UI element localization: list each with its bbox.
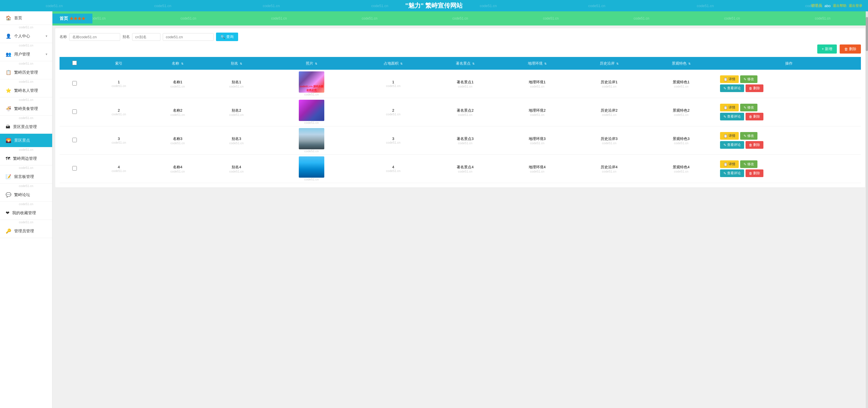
sidebar-wm-9: code51.cn	[0, 184, 52, 188]
sidebar-item-user-mgmt[interactable]: 👥 用户管理 ▼	[0, 48, 52, 61]
row-geo: 地理环境3 code51.cn	[501, 126, 573, 155]
row-checkbox-cell	[60, 98, 90, 126]
comment-button[interactable]: ✎ 查看评论	[720, 169, 744, 177]
row-actions: 📋 详情 ✎ 修改 ✎ 查看评论 🗑 删除	[717, 70, 861, 98]
edit-button[interactable]: ✎ 修改	[740, 160, 757, 168]
alias-filter-input2[interactable]	[163, 33, 214, 41]
nav-home-label: 首页	[60, 16, 68, 21]
row-checkbox[interactable]	[72, 81, 77, 86]
scrollbar[interactable]	[866, 11, 868, 408]
nav-home-btn[interactable]: 首页 ★★★★	[53, 13, 92, 24]
sidebar-item-celebrity[interactable]: ⭐ 繁峙名人管理	[0, 84, 52, 97]
sidebar-item-food[interactable]: 🍜 繁峙美食管理	[0, 102, 52, 116]
action-row-bottom: ✎ 查看评论 🗑 删除	[720, 169, 764, 177]
row-checkbox-cell	[60, 70, 90, 98]
th-area: 占地面积 ⇅	[357, 57, 429, 70]
edit-button[interactable]: ✎ 修改	[740, 104, 757, 112]
sidebar-item-periphery[interactable]: 🗺 繁峙周边管理	[0, 152, 52, 165]
row-checkbox[interactable]	[72, 166, 77, 170]
key-icon: 🔑	[6, 228, 11, 234]
sidebar-item-home[interactable]: 🏠 首页	[0, 11, 52, 25]
sidebar-wm-3: code51.cn	[0, 61, 52, 66]
sidebar-item-history[interactable]: 📋 繁峙历史管理	[0, 66, 52, 79]
sidebar-item-favorites[interactable]: ❤ 我的收藏管理	[0, 206, 52, 220]
row-index: 4 code51.cn	[90, 155, 148, 183]
sidebar-item-personal[interactable]: 👤 个人中心 ▼	[0, 29, 52, 43]
edit-icon: ✎	[744, 77, 746, 81]
sort-arrows-name[interactable]: ⇅	[181, 62, 183, 65]
detail-icon: 📋	[723, 77, 728, 81]
comment-button[interactable]: ✎ 查看评论	[720, 141, 744, 149]
row-alias: 别名1 code51.cn	[207, 70, 266, 98]
sidebar-item-scenic-spots[interactable]: 🌄 景区景点	[0, 134, 52, 147]
comment-button[interactable]: ✎ 查看评论	[720, 113, 744, 120]
sort-arrows-alias[interactable]: ⇅	[240, 62, 242, 65]
table-row: 3 code51.cn 名称3 code51.cn 别名3 code51.cn …	[60, 126, 861, 155]
delete-button[interactable]: 🗑 删除	[746, 113, 764, 120]
chat-icon: 💬	[6, 192, 11, 197]
sidebar-wm-6: code51.cn	[0, 116, 52, 120]
row-area: 3 code51.cn	[357, 126, 429, 155]
action-buttons: 📋 详情 ✎ 修改 ✎ 查看评论 🗑 删除	[720, 160, 858, 177]
th-geo: 地理环境 ⇅	[501, 57, 573, 70]
sidebar-item-label: 繁峙美食管理	[14, 106, 38, 112]
edit-button[interactable]: ✎ 修改	[740, 132, 757, 140]
row-checkbox[interactable]	[72, 109, 77, 114]
chevron-down-icon-2: ▼	[45, 53, 48, 56]
row-name: 名称2 code51.cn	[148, 98, 207, 126]
detail-button[interactable]: 📋 详情	[720, 132, 739, 140]
add-button[interactable]: + 新增	[817, 44, 837, 54]
nav-watermark: code51.cncode51.cncode51.cncode51.cn cod…	[53, 11, 868, 26]
select-all-checkbox[interactable]	[72, 61, 77, 65]
edit-button[interactable]: ✎ 修改	[740, 75, 757, 83]
alias-filter-input[interactable]	[132, 33, 160, 41]
breadcrumb-stars: ★★★★	[69, 16, 85, 21]
delete-button[interactable]: 🗑 删除	[746, 141, 764, 149]
sidebar-wm-2: code51.cn	[0, 43, 52, 48]
sidebar-item-guestbook[interactable]: 📝 留言板管理	[0, 170, 52, 184]
trash-icon: 🗑	[844, 47, 848, 51]
th-checkbox	[60, 57, 90, 70]
sort-arrows-history[interactable]: ⇅	[616, 62, 619, 65]
row-photo: code51.cn-源码乐园盗图必究 code51.cn	[266, 70, 357, 98]
delete-button[interactable]: 🗑 删除	[746, 169, 764, 177]
detail-button[interactable]: 📋 详情	[720, 160, 739, 168]
name-filter-input[interactable]	[69, 33, 120, 41]
sidebar-item-admin[interactable]: 🔑 管理员管理	[0, 224, 52, 238]
sidebar-item-forum[interactable]: 💬 繁峙论坛	[0, 188, 52, 202]
sidebar-item-label: 留言板管理	[14, 174, 34, 179]
row-actions: 📋 详情 ✎ 修改 ✎ 查看评论 🗑 删除	[717, 126, 861, 155]
sort-arrows-scenery[interactable]: ⇅	[688, 62, 690, 65]
detail-button[interactable]: 📋 详情	[720, 104, 739, 112]
sort-arrows-famous[interactable]: ⇅	[472, 62, 474, 65]
admin-label: 管理员	[811, 3, 822, 8]
exit-link-1[interactable]: 退出帮助	[833, 3, 846, 8]
sidebar-item-label: 个人中心	[14, 34, 30, 39]
food-icon: 🍜	[6, 106, 11, 112]
exit-link-2[interactable]: 退出登录	[849, 3, 862, 8]
main-content: code51.cncode51.cncode51.cncode51.cn cod…	[53, 11, 868, 408]
sidebar-item-label: 繁峙周边管理	[13, 156, 37, 161]
sidebar-wm-4: code51.cn	[0, 79, 52, 84]
star-icon: ⭐	[6, 88, 11, 93]
comment-icon: ✎	[723, 115, 726, 119]
search-icon: 🔍	[221, 35, 225, 39]
row-checkbox[interactable]	[72, 138, 77, 142]
th-index: 索引	[90, 57, 148, 70]
sort-arrows-geo[interactable]: ⇅	[544, 62, 547, 65]
comment-button[interactable]: ✎ 查看评论	[720, 85, 744, 92]
sidebar-item-scenic-mgmt[interactable]: 🏔 景区景点管理	[0, 120, 52, 134]
detail-button[interactable]: 📋 详情	[720, 75, 739, 83]
photo-cell	[299, 156, 324, 178]
scrollbar-thumb[interactable]	[866, 17, 868, 51]
sort-arrows-photo[interactable]: ⇅	[315, 62, 317, 65]
sidebar-wm-10: code51.cn	[0, 202, 52, 206]
action-row-top: 📋 详情 ✎ 修改	[720, 104, 757, 112]
delete-button[interactable]: 🗑 删除	[746, 85, 764, 92]
action-row-bottom: ✎ 查看评论 🗑 删除	[720, 113, 764, 120]
delete-main-button[interactable]: 🗑 删除	[840, 44, 861, 54]
photo-cell: code51.cn-源码乐园盗图必究	[299, 71, 324, 93]
sort-arrows-area[interactable]: ⇅	[400, 62, 403, 65]
alias-filter-label: 别名	[122, 34, 130, 39]
query-button[interactable]: 🔍 查询	[216, 33, 238, 41]
